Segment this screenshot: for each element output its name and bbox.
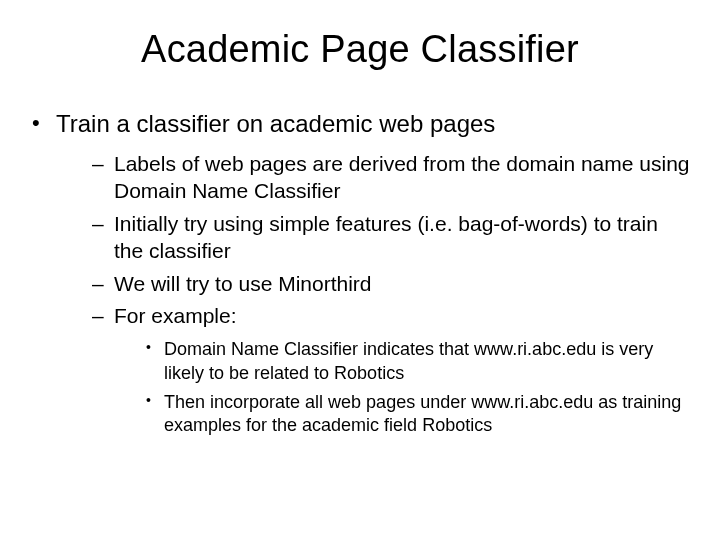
- list-item: Then incorporate all web pages under www…: [146, 391, 692, 438]
- list-item: We will try to use Minorthird: [92, 271, 692, 298]
- list-item: For example: Domain Name Classifier indi…: [92, 303, 692, 437]
- list-item-text: Labels of web pages are derived from the…: [114, 152, 690, 202]
- list-item-text: We will try to use Minorthird: [114, 272, 372, 295]
- bullet-list-level3: Domain Name Classifier indicates that ww…: [114, 338, 692, 438]
- list-item-text: Then incorporate all web pages under www…: [164, 392, 681, 435]
- list-item: Train a classifier on academic web pages…: [32, 109, 692, 438]
- list-item: Labels of web pages are derived from the…: [92, 151, 692, 205]
- list-item-text: Train a classifier on academic web pages: [56, 110, 495, 137]
- bullet-list-level2: Labels of web pages are derived from the…: [56, 151, 692, 438]
- list-item-text: Domain Name Classifier indicates that ww…: [164, 339, 653, 382]
- list-item: Initially try using simple features (i.e…: [92, 211, 692, 265]
- list-item-text: For example:: [114, 304, 237, 327]
- slide-title: Academic Page Classifier: [28, 28, 692, 71]
- list-item-text: Initially try using simple features (i.e…: [114, 212, 658, 262]
- bullet-list-level1: Train a classifier on academic web pages…: [28, 109, 692, 438]
- list-item: Domain Name Classifier indicates that ww…: [146, 338, 692, 385]
